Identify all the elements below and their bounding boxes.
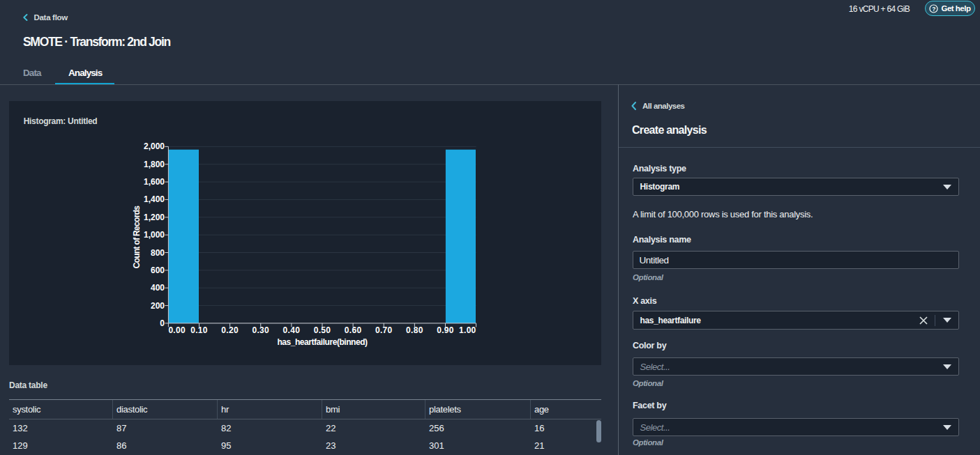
- svg-text:1,400: 1,400: [144, 194, 165, 204]
- svg-text:800: 800: [151, 248, 165, 258]
- svg-text:0.40: 0.40: [283, 325, 301, 335]
- svg-text:0.50: 0.50: [314, 325, 331, 335]
- svg-text:Count of Records: Count of Records: [132, 206, 142, 268]
- svg-text:0: 0: [160, 318, 165, 328]
- svg-text:has_heartfailure(binned): has_heartfailure(binned): [277, 337, 368, 347]
- svg-text:1.00: 1.00: [459, 325, 476, 335]
- svg-text:400: 400: [151, 283, 165, 293]
- svg-text:0.30: 0.30: [252, 325, 269, 335]
- svg-text:?: ?: [933, 5, 936, 12]
- svg-text:0.90: 0.90: [437, 325, 454, 335]
- svg-text:200: 200: [151, 301, 165, 311]
- svg-text:0.60: 0.60: [345, 325, 362, 335]
- svg-text:0.00: 0.00: [168, 325, 186, 335]
- svg-text:1,800: 1,800: [144, 160, 165, 169]
- svg-text:0.80: 0.80: [406, 325, 423, 335]
- svg-text:0.10: 0.10: [190, 325, 208, 335]
- svg-text:2,000: 2,000: [144, 141, 165, 151]
- svg-text:600: 600: [151, 265, 165, 275]
- svg-text:1,200: 1,200: [144, 213, 165, 222]
- svg-text:1,600: 1,600: [144, 177, 165, 187]
- svg-text:0.20: 0.20: [221, 325, 239, 335]
- svg-text:1,000: 1,000: [144, 230, 165, 240]
- svg-text:0.70: 0.70: [375, 325, 393, 335]
- svg-text:Histogram: Untitled: Histogram: Untitled: [24, 116, 98, 126]
